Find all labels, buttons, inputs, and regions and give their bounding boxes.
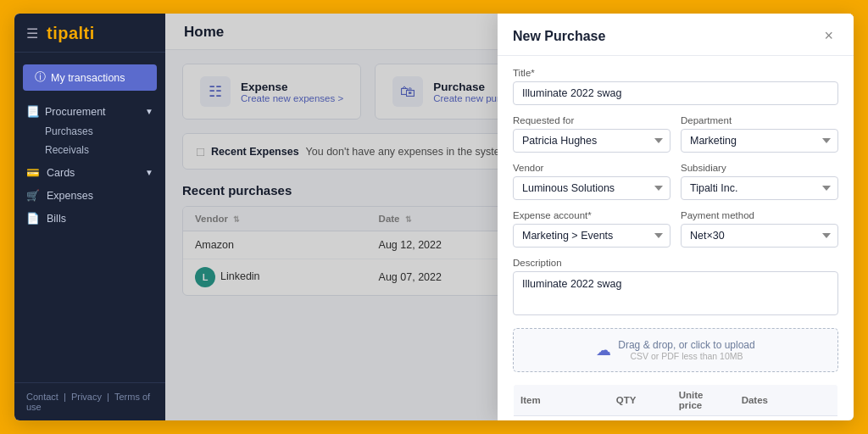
requested-for-select[interactable]: Patricia Hughes xyxy=(513,129,670,153)
panel-title: New Purchase xyxy=(513,29,605,44)
expense-payment-row: Expense account* Marketing > Events Paym… xyxy=(513,210,838,258)
expense-account-label: Expense account* xyxy=(513,210,670,220)
title-input[interactable] xyxy=(513,81,838,105)
chevron-down-icon: ▼ xyxy=(145,107,153,116)
hamburger-icon[interactable]: ☰ xyxy=(26,25,38,42)
expenses-icon: 🛒 xyxy=(26,189,40,202)
items-table-section: Item QTY Unite price Dates Sport water b… xyxy=(513,384,838,420)
sidebar-item-procurement[interactable]: 📃 Procurement ▼ xyxy=(26,101,153,122)
description-input[interactable]: Illuminate 2022 swag xyxy=(513,271,838,315)
items-col-item: Item xyxy=(514,385,609,416)
item-add-cell: + xyxy=(807,416,838,421)
requested-for-row: Requested for Patricia Hughes xyxy=(513,115,670,153)
vendor-label: Vendor xyxy=(513,163,670,173)
description-row: Description Illuminate 2022 swag xyxy=(513,258,838,318)
main-content: Home ☷ Expense Create new expenses > 🛍 P… xyxy=(165,14,854,420)
description-label: Description xyxy=(513,258,838,268)
my-transactions-label: My transactions xyxy=(51,72,125,84)
payment-method-row: Payment method Net×30 xyxy=(681,210,838,248)
items-col-dates: Dates xyxy=(735,385,807,416)
upload-zone[interactable]: ☁ Drag & drop, or click to upload CSV or… xyxy=(513,328,838,372)
department-label: Department xyxy=(681,115,838,125)
sidebar-header: ☰ tipalti xyxy=(14,14,165,53)
procurement-icon: 📃 xyxy=(26,105,40,118)
department-row: Department Marketing xyxy=(681,115,838,153)
sidebar-item-bills[interactable]: 📄 Bills xyxy=(14,207,165,230)
panel-body: Title* Requested for Patricia Hughes Dep… xyxy=(498,56,854,420)
logo-text: tipalti xyxy=(47,24,95,43)
department-select[interactable]: Marketing xyxy=(681,129,838,153)
item-price-cell: $ 15.00 xyxy=(672,416,735,421)
expense-account-row: Expense account* Marketing > Events xyxy=(513,210,670,248)
cards-icon: 💳 xyxy=(26,166,40,179)
new-purchase-panel: New Purchase × Title* Requested for Patr… xyxy=(498,14,854,420)
close-button[interactable]: × xyxy=(819,25,838,47)
sidebar-item-cards[interactable]: 💳 Cards ▼ xyxy=(14,161,165,184)
bills-icon: 📄 xyxy=(26,212,40,225)
upload-icon: ☁ xyxy=(596,341,611,359)
items-col-qty: QTY xyxy=(609,385,672,416)
requested-for-label: Requested for xyxy=(513,115,670,125)
sidebar-item-receivals[interactable]: Receivals xyxy=(26,141,153,159)
sidebar-nav: ⓘ My transactions 📃 Procurement ▼ Purcha… xyxy=(14,53,165,382)
my-transactions-icon: ⓘ xyxy=(35,70,46,85)
payment-method-select[interactable]: Net×30 xyxy=(681,224,838,248)
title-label: Title* xyxy=(513,68,838,78)
subsidiary-select[interactable]: Tipalti Inc. xyxy=(681,176,838,200)
items-table: Item QTY Unite price Dates Sport water b… xyxy=(513,384,838,420)
vendor-select[interactable]: Luminous Solutions xyxy=(513,176,670,200)
vendor-subsidiary-row: Vendor Luminous Solutions Subsidiary Tip… xyxy=(513,163,838,210)
items-col-action xyxy=(807,385,838,416)
vendor-row: Vendor Luminous Solutions xyxy=(513,163,670,200)
item-row: Sport water bottles ▲ ▼ xyxy=(514,416,838,421)
payment-method-label: Payment method xyxy=(681,210,838,220)
item-name-cell: Sport water bottles xyxy=(514,416,609,421)
sidebar-item-my-transactions[interactable]: ⓘ My transactions xyxy=(23,64,157,91)
panel-header: New Purchase × xyxy=(498,14,854,56)
sidebar: ☰ tipalti ⓘ My transactions 📃 Procuremen… xyxy=(14,14,165,420)
expense-account-select[interactable]: Marketing > Events xyxy=(513,224,670,248)
footer-privacy-link[interactable]: Privacy xyxy=(71,392,102,402)
sidebar-footer: Contact | Privacy | Terms of use xyxy=(14,382,165,420)
upload-text: Drag & drop, or click to upload xyxy=(618,339,754,351)
footer-contact-link[interactable]: Contact xyxy=(26,392,58,402)
sidebar-item-expenses[interactable]: 🛒 Expenses xyxy=(14,184,165,207)
item-qty-cell: ▲ ▼ xyxy=(609,416,672,421)
sidebar-section-procurement: 📃 Procurement ▼ Purchases Receivals xyxy=(14,96,165,161)
subsidiary-label: Subsidiary xyxy=(681,163,838,173)
sidebar-item-purchases[interactable]: Purchases xyxy=(26,122,153,141)
item-date-cell: Aug 25, 2022 xyxy=(735,416,807,421)
title-field-row: Title* xyxy=(513,68,838,105)
upload-subtext: CSV or PDF less than 10MB xyxy=(618,351,754,361)
items-col-price: Unite price xyxy=(672,385,735,416)
chevron-down-icon: ▼ xyxy=(145,168,153,177)
requested-dept-row: Requested for Patricia Hughes Department… xyxy=(513,115,838,163)
subsidiary-row: Subsidiary Tipalti Inc. xyxy=(681,163,838,200)
